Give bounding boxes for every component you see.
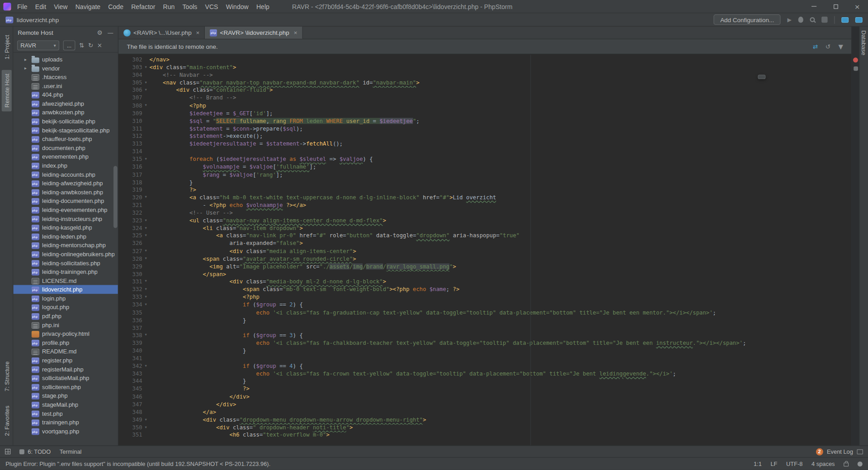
fold-marker-icon[interactable]: ▾ — [142, 423, 150, 431]
tree-item[interactable]: leiding-anwbkosten.php — [13, 188, 118, 197]
fold-marker-icon[interactable]: ▾ — [142, 86, 150, 94]
indent-style[interactable]: 4 spaces — [811, 461, 835, 467]
compare-icon[interactable]: ⇄ — [813, 43, 818, 50]
fold-marker-icon[interactable]: ▾ — [142, 255, 150, 263]
fold-marker-icon[interactable]: ▾ — [142, 225, 150, 232]
tab-close-icon[interactable]: × — [294, 29, 297, 36]
maximize-button[interactable] — [825, 0, 846, 13]
tool-button-7-structure[interactable]: 7: Structure — [1, 357, 11, 395]
layout-monitor-icon[interactable] — [855, 17, 863, 22]
fold-marker-icon[interactable]: ▾ — [142, 232, 150, 240]
inspections-widget-icon[interactable] — [854, 66, 858, 71]
editor-tab[interactable]: <RAVR> \...\User.php× — [118, 27, 205, 39]
menu-run[interactable]: Run — [159, 0, 179, 13]
tree-item[interactable]: anwbkosten.php — [13, 108, 118, 117]
menu-tools[interactable]: Tools — [179, 0, 201, 13]
tool-button-database[interactable]: Database — [859, 27, 868, 59]
tree-item[interactable]: index.php — [13, 161, 118, 170]
tool-window-switcher-icon[interactable] — [5, 449, 10, 454]
fold-marker-icon[interactable]: ▾ — [142, 64, 150, 71]
line-separator[interactable]: LF — [770, 461, 777, 467]
tree-item[interactable]: ▸uploads — [13, 55, 118, 64]
server-select[interactable]: RAVR ▾ — [17, 40, 59, 50]
refresh-icon[interactable]: ↻ — [88, 42, 93, 49]
fold-marker-icon[interactable]: ▾ — [142, 79, 150, 87]
tree-item[interactable]: afwezigheid.php — [13, 99, 118, 108]
fold-marker-icon[interactable]: ▾ — [142, 293, 150, 301]
gear-icon[interactable]: ⚙ — [97, 29, 102, 36]
event-log-tab[interactable]: Event Log — [827, 448, 853, 455]
tree-item[interactable]: 404.php — [13, 90, 118, 99]
error-indicator-icon[interactable] — [853, 57, 858, 62]
tab-close-icon[interactable]: × — [196, 29, 199, 36]
run-icon[interactable]: ▶ — [788, 16, 792, 23]
breadcrumb[interactable]: lidoverzicht.php — [17, 16, 59, 23]
menu-code[interactable]: Code — [104, 0, 127, 13]
add-configuration-button[interactable]: Add Configuration... — [713, 14, 780, 25]
tree-item[interactable]: stageMail.php — [13, 400, 118, 409]
tree-item[interactable]: voortgang.php — [13, 427, 118, 436]
tree-item[interactable]: logout.php — [13, 303, 118, 312]
tree-item[interactable]: profile.php — [13, 338, 118, 347]
close-icon[interactable]: × — [97, 42, 102, 49]
menu-window[interactable]: Window — [222, 0, 252, 13]
rollback-icon[interactable]: ↺ — [826, 43, 830, 50]
read-only-lock-icon[interactable] — [844, 463, 849, 467]
todo-tab[interactable]: 6: TODO — [19, 448, 51, 455]
tree-item[interactable]: sollicitatieMail.php — [13, 374, 118, 383]
terminal-tab[interactable]: Terminal — [60, 448, 82, 455]
tree-item[interactable]: .htaccess — [13, 72, 118, 81]
tree-item[interactable]: leiding-instructeurs.php — [13, 214, 118, 223]
tree-item[interactable]: leiding-onlinegebruikers.php — [13, 249, 118, 258]
tree-item[interactable]: stage.php — [13, 391, 118, 400]
hide-panel-icon[interactable]: — — [108, 29, 113, 36]
tree-item[interactable]: register.php — [13, 356, 118, 365]
tree-item[interactable]: leiding-afwezigheid.php — [13, 179, 118, 188]
menu-view[interactable]: View — [50, 0, 71, 13]
tree-item[interactable]: leiding-trainingen.php — [13, 267, 118, 276]
tree-item[interactable]: leiding-leden.php — [13, 232, 118, 241]
menu-refactor[interactable]: Refactor — [127, 0, 159, 13]
tree-item[interactable]: documenten.php — [13, 143, 118, 152]
filter-icon[interactable]: ▼ — [839, 43, 843, 50]
fold-marker-icon[interactable]: ▾ — [142, 155, 150, 163]
status-message[interactable]: Plugin Error: Plugin ".env files support… — [5, 461, 270, 467]
tree-item[interactable]: evenementen.php — [13, 152, 118, 161]
tree-item[interactable]: leiding-evenementen.php — [13, 205, 118, 214]
fold-marker-icon[interactable]: ▾ — [142, 278, 150, 286]
layout-icon[interactable] — [857, 449, 863, 454]
editor-tab[interactable]: <RAVR> \lidoverzicht.php× — [205, 27, 303, 39]
tree-item[interactable]: test.php — [13, 409, 118, 418]
tool-button-remote-host[interactable]: Remote Host — [1, 70, 11, 112]
tree-item[interactable]: ▸vendor — [13, 64, 118, 73]
tree-item[interactable]: leiding-kasgeld.php — [13, 223, 118, 232]
tree-scrollbar-thumb[interactable] — [113, 166, 118, 228]
fold-marker-icon[interactable]: ▾ — [142, 286, 150, 293]
tree-item[interactable]: bekijk-stagesollicitatie.php — [13, 126, 118, 135]
tree-item[interactable]: pdf.php — [13, 311, 118, 320]
upload-download-icon[interactable]: ⇅ — [79, 42, 84, 49]
fold-marker-icon[interactable]: ▾ — [142, 332, 150, 339]
fold-marker-icon[interactable]: ▾ — [142, 301, 150, 309]
fold-marker-icon[interactable]: ▾ — [142, 194, 150, 202]
code-editor[interactable]: 302303▾304305▾306▾307308▾309310311312313… — [118, 55, 851, 445]
tree-item[interactable]: solliciteren.php — [13, 382, 118, 391]
inspection-profile-icon[interactable] — [858, 461, 863, 466]
debug-icon[interactable] — [798, 17, 803, 23]
tree-item[interactable]: bekijk-sollicitatie.php — [13, 117, 118, 126]
error-stripe[interactable] — [851, 27, 859, 446]
menu-file[interactable]: File — [13, 0, 31, 13]
chevron-right-icon[interactable]: ▸ — [24, 66, 32, 70]
close-button[interactable]: × — [846, 0, 868, 13]
tree-item[interactable]: LICENSE.md — [13, 276, 118, 285]
fold-marker-icon[interactable]: ▾ — [142, 416, 150, 423]
tree-item[interactable]: login.php — [13, 294, 118, 303]
menu-edit[interactable]: Edit — [31, 0, 50, 13]
caret-position[interactable]: 1:1 — [754, 461, 762, 467]
chevron-right-icon[interactable]: ▸ — [24, 57, 32, 62]
tree-item[interactable]: lidoverzicht.php — [13, 285, 118, 294]
preview-monitor-icon[interactable] — [841, 17, 849, 22]
fold-marker-icon[interactable]: ▾ — [142, 247, 150, 255]
tree-item[interactable]: trainingen.php — [13, 418, 118, 427]
tree-item[interactable]: README.md — [13, 347, 118, 356]
